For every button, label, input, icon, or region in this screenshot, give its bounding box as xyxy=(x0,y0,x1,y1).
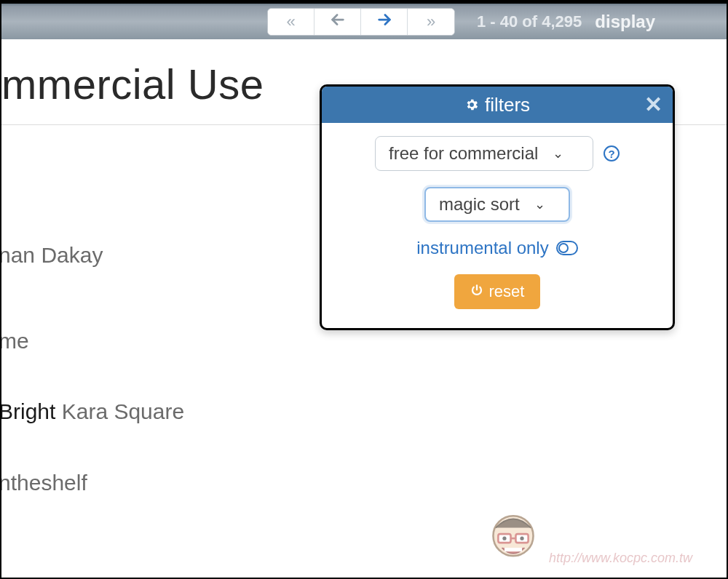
mascot-icon xyxy=(482,508,545,570)
sort-select[interactable]: magic sort ⌄ xyxy=(424,187,570,222)
help-icon[interactable]: ? xyxy=(604,145,620,161)
svg-rect-6 xyxy=(515,534,528,543)
svg-point-3 xyxy=(559,244,568,252)
license-select[interactable]: free for commercial ⌄ xyxy=(375,136,593,171)
reset-button[interactable]: reset xyxy=(454,274,541,309)
chevron-down-icon: ⌄ xyxy=(553,145,563,161)
double-chevron-left-icon: « xyxy=(286,12,295,31)
svg-rect-10 xyxy=(505,548,522,551)
crown-icon: ♛ xyxy=(613,529,628,545)
svg-point-9 xyxy=(520,537,523,540)
prev-page-button[interactable] xyxy=(314,9,361,35)
svg-rect-5 xyxy=(498,534,510,543)
filters-title: filters xyxy=(485,94,530,116)
toggle-off-icon xyxy=(556,241,578,255)
arrow-left-icon xyxy=(330,12,346,32)
watermark-url: http://www.kocpc.com.tw xyxy=(549,551,719,566)
watermark: 電腦♛王阿達 http://www.kocpc.com.tw xyxy=(482,508,719,570)
list-item[interactable]: ntheshelf xyxy=(0,469,727,497)
svg-point-4 xyxy=(493,516,533,556)
gear-icon xyxy=(464,97,479,112)
display-menu[interactable]: display xyxy=(595,12,655,32)
result-range: 1 - 40 of 4,295 xyxy=(477,12,582,31)
arrow-right-icon xyxy=(376,12,392,32)
top-toolbar: « » 1 - 40 of 4,295 display xyxy=(1,1,727,39)
pagination-nav: « » xyxy=(267,8,455,36)
filters-header: filters ✕ xyxy=(322,87,673,123)
double-chevron-right-icon: » xyxy=(427,12,435,31)
svg-point-8 xyxy=(502,537,506,540)
filters-panel: filters ✕ free for commercial ⌄ ? magic … xyxy=(320,84,675,330)
next-page-button[interactable] xyxy=(361,9,408,35)
first-page-button[interactable]: « xyxy=(268,9,314,35)
list-item[interactable]: Bright Kara Square xyxy=(0,398,727,426)
power-icon xyxy=(470,282,483,301)
chevron-down-icon: ⌄ xyxy=(534,196,545,212)
instrumental-toggle[interactable]: instrumental only xyxy=(416,238,577,258)
last-page-button[interactable]: » xyxy=(408,9,454,35)
list-item[interactable]: me xyxy=(0,327,727,355)
close-icon[interactable]: ✕ xyxy=(644,94,662,116)
